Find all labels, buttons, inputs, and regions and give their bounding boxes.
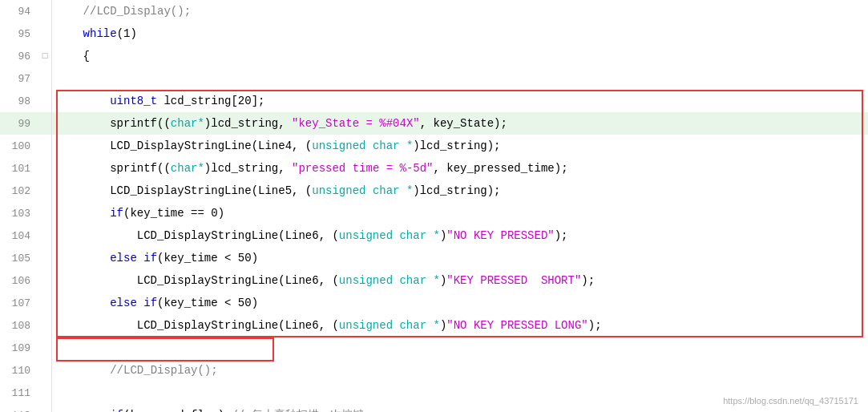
line-content: else if(key_time < 50) <box>51 247 868 269</box>
line-content <box>51 67 868 90</box>
line-number: 107 <box>0 297 38 309</box>
line-content: LCD_DisplayStringLine(Line5, (unsigned c… <box>51 180 868 202</box>
line-content: if(key_time == 0) <box>51 202 868 224</box>
line-number: 99 <box>0 118 38 130</box>
table-row: 98 uint8_t lcd_string[20]; <box>0 90 868 112</box>
table-row: 105 else if(key_time < 50) <box>0 247 868 269</box>
line-content: LCD_DisplayStringLine(Line6, (unsigned c… <box>51 269 868 292</box>
line-number: 111 <box>0 387 38 399</box>
table-row: 101 sprintf((char*)lcd_string, "pressed … <box>0 157 868 180</box>
line-number: 103 <box>0 208 38 220</box>
line-number: 98 <box>0 95 38 107</box>
code-editor: 94 //LCD_Display();95 while(1)96□ {97 98… <box>0 0 868 412</box>
line-number: 94 <box>0 6 38 18</box>
line-number: 109 <box>0 342 38 354</box>
line-number: 96 <box>0 50 38 63</box>
line-content: { <box>51 45 868 67</box>
table-row: 108 LCD_DisplayStringLine(Line6, (unsign… <box>0 314 868 337</box>
line-content: //LCD_Display(); <box>51 0 868 22</box>
table-row: 109 <box>0 337 868 359</box>
watermark: https://blog.csdn.net/qq_43715171 <box>723 396 858 406</box>
table-row: 106 LCD_DisplayStringLine(Line6, (unsign… <box>0 269 868 292</box>
table-row: 100 LCD_DisplayStringLine(Line4, (unsign… <box>0 135 868 157</box>
line-content: sprintf((char*)lcd_string, "key_State = … <box>51 112 868 135</box>
line-content: LCD_DisplayStringLine(Line6, (unsigned c… <box>51 314 868 337</box>
table-row: 103 if(key_time == 0) <box>0 202 868 224</box>
line-content: uint8_t lcd_string[20]; <box>51 90 868 112</box>
table-row: 95 while(1) <box>0 22 868 45</box>
line-content: //LCD_Display(); <box>51 359 868 382</box>
line-number: 101 <box>0 163 38 175</box>
table-row: 94 //LCD_Display(); <box>0 0 868 22</box>
line-number: 106 <box>0 275 38 287</box>
line-number: 102 <box>0 185 38 197</box>
line-content: LCD_DisplayStringLine(Line6, (unsigned c… <box>51 224 868 247</box>
table-row: 99 sprintf((char*)lcd_string, "key_State… <box>0 112 868 135</box>
line-number: 112 <box>0 410 38 413</box>
line-content: sprintf((char*)lcd_string, "pressed time… <box>51 157 868 180</box>
code-lines: 94 //LCD_Display();95 while(1)96□ {97 98… <box>0 0 868 412</box>
line-number: 104 <box>0 230 38 242</box>
table-row: 104 LCD_DisplayStringLine(Line6, (unsign… <box>0 224 868 247</box>
line-content <box>51 337 868 359</box>
line-number: 95 <box>0 28 38 40</box>
line-number: 100 <box>0 140 38 152</box>
line-content: else if(key_time < 50) <box>51 292 868 314</box>
line-number: 110 <box>0 365 38 377</box>
gutter-divider <box>51 0 52 412</box>
line-number: 105 <box>0 252 38 265</box>
table-row: 107 else if(key_time < 50) <box>0 292 868 314</box>
line-number: 108 <box>0 320 38 332</box>
line-content: LCD_DisplayStringLine(Line4, (unsigned c… <box>51 135 868 157</box>
line-content: while(1) <box>51 22 868 45</box>
fold-indicator[interactable]: □ <box>38 51 51 61</box>
table-row: 97 <box>0 67 868 90</box>
table-row: 102 LCD_DisplayStringLine(Line5, (unsign… <box>0 180 868 202</box>
table-row: 110 //LCD_Display(); <box>0 359 868 382</box>
line-number: 97 <box>0 73 38 85</box>
table-row: 96□ { <box>0 45 868 67</box>
